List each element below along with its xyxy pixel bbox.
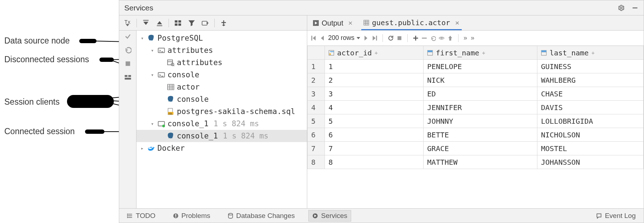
preview-icon[interactable] bbox=[439, 35, 444, 41]
next-page-icon[interactable] bbox=[363, 35, 369, 41]
more-menu-icon[interactable]: » bbox=[471, 34, 475, 42]
more-icon[interactable]: » bbox=[464, 34, 468, 42]
chevron-down-icon[interactable]: ▾ bbox=[149, 72, 155, 78]
cell-actor-id[interactable]: 2 bbox=[325, 73, 424, 87]
bottom-tab-problems[interactable]: Problems bbox=[169, 210, 214, 221]
svg-rect-41 bbox=[364, 20, 369, 25]
svg-rect-12 bbox=[178, 20, 181, 22]
cell-actor-id[interactable]: 1 bbox=[325, 60, 424, 73]
console-connected-icon bbox=[157, 120, 165, 127]
prev-page-icon[interactable] bbox=[319, 35, 325, 41]
result-table[interactable]: actor_id÷ first_name÷ bbox=[307, 46, 644, 169]
cell-first-name[interactable]: BETTE bbox=[424, 128, 537, 142]
cell-actor-id[interactable]: 5 bbox=[325, 114, 424, 128]
tab-actor[interactable]: guest.public.actor × bbox=[361, 16, 462, 30]
chevron-down-icon[interactable]: ▾ bbox=[149, 47, 155, 53]
chevron-right-icon[interactable]: ▸ bbox=[139, 145, 145, 151]
cell-last-name[interactable]: JOHANSSON bbox=[537, 155, 643, 169]
tree-node-console-1[interactable]: ▾ console_1 1 s 824 ms bbox=[137, 118, 307, 130]
cell-last-name[interactable]: DAVIS bbox=[537, 101, 643, 114]
cell-first-name[interactable]: GRACE bbox=[424, 142, 537, 155]
collapse-all-icon[interactable] bbox=[153, 18, 166, 28]
table-row[interactable]: 77GRACEMOSTEL bbox=[308, 142, 644, 155]
tree-node-console-child[interactable]: console bbox=[137, 93, 307, 105]
rollback-icon[interactable] bbox=[124, 46, 131, 54]
col-first-name[interactable]: first_name÷ bbox=[424, 46, 537, 60]
tree-node-attributes-query[interactable]: attributes bbox=[137, 56, 307, 69]
cell-actor-id[interactable]: 6 bbox=[325, 128, 424, 142]
postgres-icon bbox=[147, 35, 155, 42]
svg-point-66 bbox=[127, 215, 128, 216]
gear-icon[interactable] bbox=[618, 4, 625, 12]
cell-last-name[interactable]: CHASE bbox=[537, 87, 643, 101]
svg-text:SQL: SQL bbox=[169, 112, 173, 115]
table-row[interactable]: 55JOHNNYLOLLOBRIGIDA bbox=[308, 114, 644, 128]
table-row[interactable]: 11PENELOPEGUINESS bbox=[308, 60, 644, 73]
tab-output[interactable]: Output × bbox=[311, 16, 355, 30]
cell-last-name[interactable]: LOLLOBRIGIDA bbox=[537, 114, 643, 128]
col-actor-id[interactable]: actor_id÷ bbox=[325, 46, 424, 60]
cell-first-name[interactable]: NICK bbox=[424, 73, 537, 87]
stop-icon[interactable] bbox=[397, 35, 402, 41]
chevron-down-icon[interactable]: ▾ bbox=[139, 35, 145, 41]
remove-row-icon[interactable] bbox=[421, 35, 427, 41]
svg-rect-47 bbox=[376, 36, 377, 40]
tree-node-console[interactable]: ▾ console bbox=[137, 69, 307, 81]
cell-first-name[interactable]: JOHNNY bbox=[424, 114, 537, 128]
table-row[interactable]: 66BETTENICHOLSON bbox=[308, 128, 644, 142]
filter-icon[interactable] bbox=[185, 18, 198, 28]
cell-last-name[interactable]: NICHOLSON bbox=[537, 128, 643, 142]
cell-actor-id[interactable]: 8 bbox=[325, 155, 424, 169]
svg-rect-14 bbox=[178, 23, 181, 26]
tree-node-attributes[interactable]: ▾ attributes bbox=[137, 44, 307, 56]
cell-first-name[interactable]: MATTHEW bbox=[424, 155, 537, 169]
table-row[interactable]: 44JENNIFERDAVIS bbox=[308, 101, 644, 114]
cell-last-name[interactable]: WAHLBERG bbox=[537, 73, 643, 87]
rows-dropdown[interactable]: 200 rows bbox=[328, 34, 360, 42]
expand-all-icon[interactable] bbox=[140, 18, 152, 28]
tree-node-actor[interactable]: actor bbox=[137, 81, 307, 93]
table-row[interactable]: 33EDCHASE bbox=[308, 87, 644, 101]
cell-first-name[interactable]: JENNIFER bbox=[424, 101, 537, 114]
svg-point-39 bbox=[162, 125, 165, 128]
add-row-icon[interactable] bbox=[413, 35, 419, 41]
group-icon[interactable] bbox=[199, 18, 211, 28]
chevron-down-icon[interactable]: ▾ bbox=[149, 121, 155, 127]
cell-last-name[interactable]: MOSTEL bbox=[537, 142, 643, 155]
cell-actor-id[interactable]: 3 bbox=[325, 87, 424, 101]
close-icon[interactable]: × bbox=[348, 19, 353, 27]
bottom-tab-db-changes[interactable]: Database Changes bbox=[224, 210, 299, 221]
cell-actor-id[interactable]: 4 bbox=[325, 101, 424, 114]
layout-icon[interactable] bbox=[172, 18, 184, 28]
revert-icon[interactable] bbox=[430, 35, 436, 41]
last-page-icon[interactable] bbox=[372, 35, 377, 41]
table-row[interactable]: 22NICKWAHLBERG bbox=[308, 73, 644, 87]
tree-node-sqlfile[interactable]: SQL postgres-sakila-schema.sql bbox=[137, 105, 307, 118]
commit-icon[interactable] bbox=[124, 33, 131, 40]
tree-toolbar: Tx bbox=[119, 15, 307, 31]
tree-node-console-1-child[interactable]: console_1 1 s 824 ms bbox=[137, 130, 307, 142]
cell-first-name[interactable]: ED bbox=[424, 87, 537, 101]
cell-last-name[interactable]: GUINESS bbox=[537, 60, 643, 73]
tx-mode-button[interactable]: Tx bbox=[121, 18, 134, 28]
minimize-icon[interactable] bbox=[631, 4, 639, 12]
bottom-tab-todo[interactable]: TODO bbox=[124, 210, 159, 221]
tree-node-postgresql[interactable]: ▾ PostgreSQL bbox=[137, 32, 307, 44]
tree-pane: Tx bbox=[119, 15, 307, 208]
tree-node-docker[interactable]: ▸ Docker bbox=[137, 142, 307, 154]
col-last-name[interactable]: last_name÷ bbox=[537, 46, 643, 60]
first-page-icon[interactable] bbox=[311, 35, 317, 41]
session-tree[interactable]: ▾ PostgreSQL ▾ attributes attributes bbox=[137, 31, 307, 208]
cell-first-name[interactable]: PENELOPE bbox=[424, 60, 537, 73]
bottom-tab-event-log[interactable]: Event Log bbox=[592, 210, 639, 221]
close-icon[interactable]: × bbox=[455, 18, 459, 27]
stop-icon[interactable] bbox=[124, 60, 131, 67]
cell-actor-id[interactable]: 7 bbox=[325, 142, 424, 155]
reload-icon[interactable] bbox=[388, 35, 394, 41]
bottom-tab-services[interactable]: Services bbox=[308, 210, 351, 222]
svg-rect-20 bbox=[125, 62, 130, 66]
table-row[interactable]: 88MATTHEWJOHANSSON bbox=[308, 155, 644, 169]
add-icon[interactable] bbox=[218, 18, 230, 28]
submit-icon[interactable] bbox=[447, 35, 453, 41]
layout-small-icon[interactable] bbox=[124, 74, 131, 81]
